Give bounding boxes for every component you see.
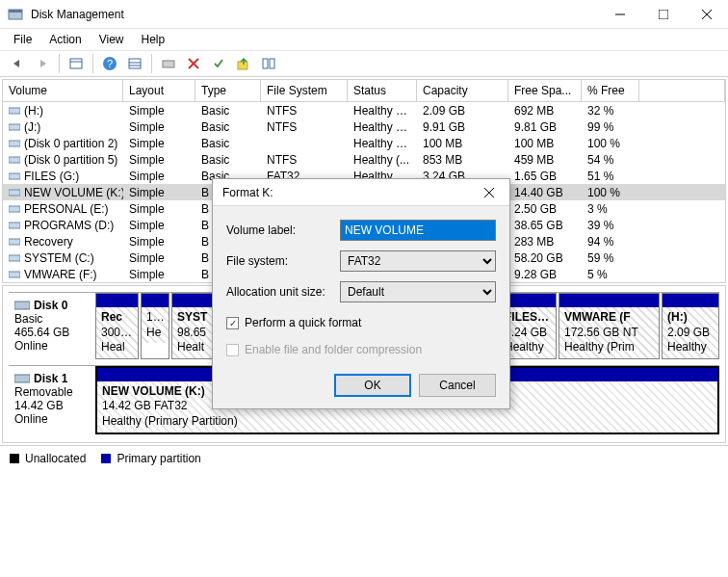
disk-0-partition[interactable]: 100He: [141, 293, 169, 359]
svg-rect-23: [9, 173, 20, 179]
app-icon: [8, 7, 23, 22]
svg-rect-28: [9, 255, 20, 261]
delete-button[interactable]: [182, 52, 205, 75]
legend: Unallocated Primary partition: [0, 445, 728, 471]
filesystem-label: File system:: [226, 254, 340, 268]
quick-format-label: Perform a quick format: [245, 316, 361, 329]
menu-action[interactable]: Action: [41, 31, 89, 48]
disk-0-partition[interactable]: (H:)2.09 GBHealthy: [662, 293, 719, 359]
table-row[interactable]: (H:)SimpleBasicNTFSHealthy (P...2.09 GB6…: [3, 102, 725, 118]
legend-unallocated: Unallocated: [25, 452, 86, 465]
svg-rect-18: [270, 59, 274, 68]
svg-text:?: ?: [107, 58, 113, 69]
table-row[interactable]: (J:)SimpleBasicNTFSHealthy (P...9.91 GB9…: [3, 118, 725, 135]
forward-button[interactable]: [31, 52, 54, 75]
volume-label-input[interactable]: [340, 220, 496, 241]
svg-rect-3: [659, 10, 668, 19]
svg-rect-20: [9, 124, 20, 130]
toolbar: ?: [0, 50, 728, 77]
svg-rect-6: [70, 59, 82, 68]
disk-0-title: Disk 0: [14, 299, 90, 312]
svg-rect-16: [238, 62, 247, 69]
disk-1-size: 14.42 GB: [14, 399, 90, 412]
disk-0-partition[interactable]: Rec300 MHeal: [95, 293, 139, 359]
legend-primary-icon: [101, 454, 111, 463]
disk-icon: [14, 300, 30, 311]
col-free[interactable]: Free Spa...: [508, 80, 582, 101]
action-button[interactable]: [232, 52, 255, 75]
menu-file[interactable]: File: [6, 31, 39, 48]
close-button[interactable]: [685, 0, 728, 29]
disk-1-type: Removable: [14, 385, 90, 399]
legend-primary: Primary partition: [117, 452, 200, 465]
check-button[interactable]: [207, 52, 230, 75]
dialog-title: Format K:: [222, 186, 273, 199]
dialog-close-button[interactable]: [475, 181, 504, 204]
svg-rect-13: [163, 61, 174, 67]
table-row[interactable]: (Disk 0 partition 2)SimpleBasicHealthy (…: [3, 135, 725, 151]
svg-rect-10: [129, 59, 141, 68]
minimize-button[interactable]: [598, 0, 641, 29]
col-status[interactable]: Status: [348, 80, 417, 101]
volume-label-label: Volume label:: [226, 223, 340, 237]
svg-rect-19: [9, 108, 20, 114]
ok-button[interactable]: OK: [334, 374, 411, 397]
titlebar: Disk Management: [0, 0, 728, 29]
back-button[interactable]: [6, 52, 29, 75]
svg-rect-17: [263, 59, 268, 68]
col-volume[interactable]: Volume: [3, 80, 123, 101]
menu-help[interactable]: Help: [134, 31, 173, 48]
disk-view-button[interactable]: [257, 52, 280, 75]
col-type[interactable]: Type: [195, 80, 261, 101]
menu-view[interactable]: View: [91, 31, 132, 48]
svg-rect-1: [9, 10, 22, 13]
svg-rect-25: [9, 206, 20, 212]
disk-0-size: 465.64 GB: [14, 326, 90, 339]
maximize-button[interactable]: [641, 0, 685, 29]
filesystem-select[interactable]: FAT32: [340, 250, 496, 272]
svg-rect-24: [9, 190, 20, 196]
cancel-button[interactable]: Cancel: [419, 374, 496, 397]
disk-1-title: Disk 1: [14, 372, 90, 385]
help-button[interactable]: ?: [98, 52, 121, 75]
svg-rect-26: [9, 223, 20, 228]
legend-unallocated-icon: [10, 454, 19, 463]
col-pct[interactable]: % Free: [582, 80, 639, 101]
svg-rect-31: [14, 375, 30, 382]
svg-rect-30: [14, 302, 30, 309]
svg-rect-29: [9, 272, 20, 277]
refresh-button[interactable]: [157, 52, 180, 75]
window-title: Disk Management: [31, 8, 124, 21]
svg-rect-22: [9, 157, 20, 163]
properties-button[interactable]: [65, 52, 88, 75]
menubar: File Action View Help: [0, 29, 728, 50]
disk-icon: [14, 373, 30, 384]
col-layout[interactable]: Layout: [123, 80, 195, 101]
table-row[interactable]: (Disk 0 partition 5)SimpleBasicNTFSHealt…: [3, 151, 725, 168]
compression-checkbox: [226, 344, 239, 356]
allocation-label: Allocation unit size:: [226, 285, 340, 299]
disk-0-partition[interactable]: VMWARE (F172.56 GB NTHealthy (Prim: [559, 293, 660, 359]
format-dialog: Format K: Volume label: File system: FAT…: [212, 178, 510, 409]
disk-0-status: Online: [14, 339, 90, 353]
disk-0-type: Basic: [14, 312, 90, 326]
disk-1-status: Online: [14, 412, 90, 426]
table-header: Volume Layout Type File System Status Ca…: [3, 80, 725, 102]
list-view-button[interactable]: [123, 52, 146, 75]
allocation-select[interactable]: Default: [340, 281, 496, 302]
quick-format-checkbox[interactable]: ✓: [226, 317, 239, 329]
col-capacity[interactable]: Capacity: [417, 80, 508, 101]
col-filesystem[interactable]: File System: [261, 80, 348, 101]
svg-rect-27: [9, 239, 20, 245]
compression-label: Enable file and folder compression: [245, 343, 422, 356]
svg-rect-21: [9, 141, 20, 146]
